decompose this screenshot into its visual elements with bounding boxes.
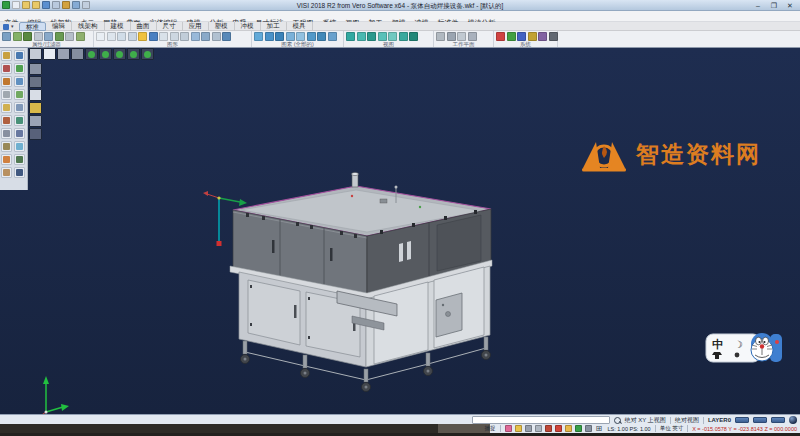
ribbon-icon[interactable]: [346, 32, 355, 41]
ribbon-tab[interactable]: 线架构: [72, 22, 105, 31]
minimize-button[interactable]: –: [750, 0, 766, 11]
ribbon-icon[interactable]: [44, 32, 53, 41]
view-orientation-icon[interactable]: [141, 48, 154, 60]
tool-icon[interactable]: [1, 63, 12, 74]
title-bar[interactable]: VISI 2018 R2 from Vero Software x64 - 泵体…: [0, 0, 800, 11]
tool-icon[interactable]: [14, 154, 25, 165]
ribbon-icon[interactable]: [149, 32, 158, 41]
ribbon-icon[interactable]: [159, 32, 168, 41]
view-tool-icon[interactable]: [29, 102, 42, 114]
view-tool-icon[interactable]: [29, 128, 42, 140]
tool-icon[interactable]: [14, 115, 25, 126]
snap-toggle-icon[interactable]: [535, 425, 542, 432]
ribbon-icon[interactable]: [286, 32, 295, 41]
view-orientation-icon[interactable]: [85, 48, 98, 60]
ribbon-icon[interactable]: [212, 32, 221, 41]
view-orientation-icon[interactable]: [43, 48, 56, 60]
snap-label[interactable]: 捕捉: [485, 425, 496, 432]
ribbon-icon[interactable]: [76, 32, 85, 41]
snap-toggle-icon[interactable]: [515, 425, 522, 432]
ribbon-icon[interactable]: [191, 32, 200, 41]
ribbon-icon[interactable]: [23, 32, 32, 41]
ribbon-icon[interactable]: [528, 32, 537, 41]
ribbon-tab[interactable]: 标准: [19, 22, 46, 31]
snap-toggle-icon[interactable]: [565, 425, 572, 432]
tool-icon[interactable]: [14, 76, 25, 87]
coordinate-input[interactable]: [472, 416, 610, 424]
tool-icon[interactable]: [14, 50, 25, 61]
ribbon-icon[interactable]: [517, 32, 526, 41]
view-tool-icon[interactable]: [29, 63, 42, 75]
tool-icon[interactable]: [1, 89, 12, 100]
snap-toggle-icon[interactable]: [545, 425, 552, 432]
ribbon-icon[interactable]: [65, 32, 74, 41]
ribbon-tab[interactable]: 塑模: [209, 22, 235, 31]
ribbon-icon[interactable]: [201, 32, 210, 41]
ribbon-tab[interactable]: 尺寸: [157, 22, 183, 31]
tool-icon[interactable]: [14, 141, 25, 152]
ribbon-icon[interactable]: [409, 32, 418, 41]
tool-icon[interactable]: [14, 128, 25, 139]
ribbon-icon[interactable]: [399, 32, 408, 41]
units-label[interactable]: 单位 英寸: [660, 425, 684, 432]
view-orientation-icon[interactable]: [57, 48, 70, 60]
ribbon-icon[interactable]: [180, 32, 189, 41]
ribbon-icon[interactable]: [107, 32, 116, 41]
ribbon-icon[interactable]: [328, 32, 337, 41]
ribbon-icon[interactable]: [317, 32, 326, 41]
tool-icon[interactable]: [14, 89, 25, 100]
ribbon-icon[interactable]: [117, 32, 126, 41]
ribbon-tab[interactable]: 加工: [261, 22, 287, 31]
layer-selector[interactable]: LAYER0: [708, 417, 731, 423]
ribbon-icon[interactable]: [378, 32, 387, 41]
tool-icon[interactable]: [1, 128, 12, 139]
ribbon-icon[interactable]: [367, 32, 376, 41]
tool-icon[interactable]: [14, 167, 25, 178]
snap-toggle-icon[interactable]: [575, 425, 582, 432]
ribbon-icon[interactable]: [538, 32, 547, 41]
status-block-2[interactable]: [753, 417, 767, 423]
ribbon-icon[interactable]: [296, 32, 305, 41]
ribbon-tab[interactable]: 应用: [183, 22, 209, 31]
ribbon-tab[interactable]: 模具: [287, 22, 313, 31]
tool-icon[interactable]: [14, 63, 25, 74]
search-icon[interactable]: [614, 417, 621, 424]
view-tool-icon[interactable]: [29, 89, 42, 101]
ribbon-icon[interactable]: [357, 32, 366, 41]
ribbon-icon[interactable]: [436, 32, 445, 41]
ribbon-icon[interactable]: [457, 32, 466, 41]
ribbon-tab[interactable]: 建模: [105, 22, 131, 31]
ribbon-icon[interactable]: [254, 32, 263, 41]
ribbon-icon[interactable]: [55, 32, 64, 41]
tool-icon[interactable]: [1, 141, 12, 152]
tool-icon[interactable]: [1, 115, 12, 126]
ribbon-icon[interactable]: [468, 32, 477, 41]
ribbon-icon[interactable]: [34, 32, 43, 41]
tool-icon[interactable]: [1, 167, 12, 178]
tool-icon[interactable]: [1, 76, 12, 87]
ribbon-icon[interactable]: [265, 32, 274, 41]
ribbon-icon[interactable]: [447, 32, 456, 41]
tool-icon[interactable]: [14, 102, 25, 113]
close-button[interactable]: ✕: [782, 0, 798, 11]
ribbon-icon[interactable]: [2, 32, 11, 41]
maximize-button[interactable]: ❐: [766, 0, 782, 11]
view-tool-icon[interactable]: [29, 115, 42, 127]
3d-viewport[interactable]: [0, 48, 800, 414]
status-block-3[interactable]: [771, 417, 785, 423]
ribbon-icon[interactable]: [307, 32, 316, 41]
tool-icon[interactable]: [1, 102, 12, 113]
ribbon-tab[interactable]: 冲模: [235, 22, 261, 31]
ribbon-icon[interactable]: [507, 32, 516, 41]
view-orientation-icon[interactable]: [29, 48, 42, 60]
ribbon-tab[interactable]: 曲面: [131, 22, 157, 31]
ribbon-icon[interactable]: [170, 32, 179, 41]
ribbon-icon[interactable]: [275, 32, 284, 41]
ribbon-icon[interactable]: [388, 32, 397, 41]
grid-toggle-icon[interactable]: ⊞: [596, 425, 604, 433]
view-orientation-icon[interactable]: [127, 48, 140, 60]
ribbon-icon[interactable]: [13, 32, 22, 41]
chevron-down-icon[interactable]: ▾: [11, 22, 14, 31]
tool-icon[interactable]: [1, 50, 12, 61]
ime-toolbar[interactable]: 中 ☽: [704, 328, 784, 368]
